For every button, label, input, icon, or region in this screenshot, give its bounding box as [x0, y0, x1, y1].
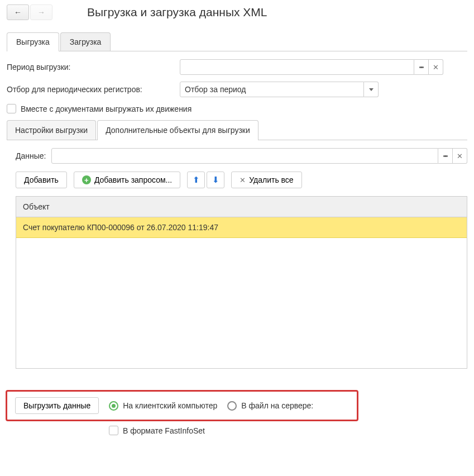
- add-button[interactable]: Добавить: [16, 172, 67, 188]
- radio-server-label: В файл на сервере:: [241, 401, 313, 410]
- sub-tab-additional[interactable]: Дополнительные объекты для выгрузки: [97, 120, 258, 140]
- period-select-button[interactable]: •••: [414, 59, 429, 75]
- sub-tab-settings[interactable]: Настройки выгрузки: [7, 120, 96, 140]
- data-input[interactable]: [51, 148, 438, 164]
- data-select-button[interactable]: •••: [438, 148, 453, 164]
- close-icon: ✕: [433, 63, 439, 72]
- add-query-button[interactable]: + Добавить запросом...: [74, 172, 180, 188]
- data-clear-button[interactable]: ✕: [453, 148, 467, 164]
- move-down-button[interactable]: ⬇: [207, 172, 224, 188]
- arrow-left-icon: ←: [14, 8, 22, 17]
- close-icon: ✕: [457, 152, 463, 160]
- move-up-button[interactable]: ⬆: [187, 172, 205, 188]
- arrow-down-icon: ⬇: [212, 175, 219, 185]
- table-header: Объект: [16, 197, 467, 217]
- period-input[interactable]: [180, 59, 414, 75]
- period-clear-button[interactable]: ✕: [429, 59, 443, 75]
- forward-button[interactable]: →: [30, 4, 52, 20]
- arrow-up-icon: ⬆: [193, 175, 200, 185]
- dots-icon: •••: [443, 153, 448, 159]
- fastinfo-checkbox[interactable]: [109, 426, 118, 435]
- period-label: Период выгрузки:: [7, 63, 180, 72]
- page-title: Выгрузка и загрузка данных XML: [87, 6, 267, 19]
- tab-export[interactable]: Выгрузка: [7, 32, 59, 51]
- export-button[interactable]: Выгрузить данные: [15, 397, 99, 414]
- filter-label: Отбор для периодических регистров:: [7, 85, 180, 94]
- arrow-right-icon: →: [37, 8, 45, 17]
- radio-client[interactable]: [109, 401, 118, 411]
- movements-checkbox[interactable]: [7, 104, 16, 113]
- radio-server[interactable]: [227, 401, 237, 411]
- filter-dropdown-button[interactable]: [364, 82, 379, 97]
- add-query-label: Добавить запросом...: [94, 175, 172, 184]
- fastinfo-label: В формате FastInfoSet: [123, 426, 205, 435]
- chevron-down-icon: [369, 88, 374, 91]
- objects-table: Объект Счет покупателю КП00-000096 от 26…: [16, 196, 467, 369]
- table-row[interactable]: Счет покупателю КП00-000096 от 26.07.202…: [16, 217, 467, 238]
- close-icon: ✕: [240, 176, 246, 184]
- movements-label: Вместе с документами выгружать их движен…: [21, 104, 191, 113]
- back-button[interactable]: ←: [7, 4, 29, 20]
- data-label: Данные:: [16, 151, 46, 160]
- filter-select[interactable]: Отбор за период: [180, 82, 364, 97]
- plus-icon: +: [82, 175, 91, 184]
- dots-icon: •••: [419, 64, 424, 70]
- tab-import[interactable]: Загрузка: [60, 32, 111, 51]
- export-footer: Выгрузить данные На клиентский компьютер…: [6, 390, 358, 421]
- delete-all-button[interactable]: ✕ Удалить все: [231, 172, 301, 188]
- delete-all-label: Удалить все: [249, 175, 293, 184]
- radio-client-label: На клиентский компьютер: [123, 401, 217, 410]
